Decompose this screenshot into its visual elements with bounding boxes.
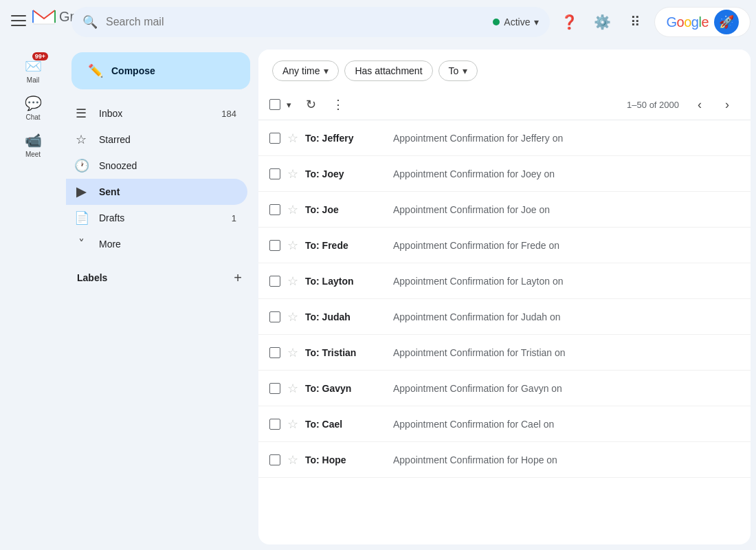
rail-item-chat[interactable]: 💬 Chat [0,89,66,126]
meet-icon: 📹 [25,132,41,148]
sidebar-label-more: More [99,239,236,250]
email-row[interactable]: ☆ To: Judah Appointment Confirmation for… [258,299,751,335]
email-checkbox[interactable] [269,347,280,358]
email-row[interactable]: ☆ To: Gavyn Appointment Confirmation for… [258,371,751,406]
star-button[interactable]: ☆ [286,236,300,254]
email-to: To: Hope [305,454,388,465]
sidebar-label-sent: Sent [99,186,236,197]
google-rocket-icon: 🚀 [714,10,739,34]
attachment-filter-label: Has attachment [355,65,422,76]
refresh-button[interactable]: ↻ [298,92,323,117]
email-row[interactable]: ☆ To: Cael Appointment Confirmation for … [258,406,751,442]
email-row[interactable]: ☆ To: Frede Appointment Confirmation for… [258,228,751,263]
email-to: To: Judah [305,311,388,322]
to-filter-chip[interactable]: To ▾ [438,60,478,81]
sidebar-item-sent[interactable]: ▶ Sent [66,179,247,205]
next-page-button[interactable]: › [715,92,740,117]
email-checkbox[interactable] [269,419,280,430]
status-dot [493,19,500,25]
email-to: To: Joe [305,204,388,215]
rail-item-meet[interactable]: 📹 Meet [0,126,66,164]
email-to: To: Tristian [305,347,388,358]
email-to: To: Gavyn [305,383,388,394]
mail-label: Mail [27,76,39,84]
star-button[interactable]: ☆ [286,129,300,147]
star-button[interactable]: ☆ [286,272,300,290]
compose-label: Compose [111,65,155,76]
chat-label: Chat [25,113,40,121]
email-checkbox[interactable] [269,383,280,394]
sidebar-item-inbox[interactable]: ☰ Inbox 184 [66,100,247,126]
email-to: To: Cael [305,419,388,430]
email-row[interactable]: ☆ To: Joe Appointment Confirmation for J… [258,192,751,228]
draft-icon: 📄 [74,210,88,226]
email-row[interactable]: ☆ To: Layton Appointment Confirmation fo… [258,263,751,299]
star-icon: ☆ [74,132,88,147]
search-input[interactable] [106,16,485,28]
help-button[interactable]: ❓ [555,8,583,36]
labels-section: Labels + [66,263,258,293]
star-button[interactable]: ☆ [286,451,300,469]
google-logo-area: Google 🚀 [654,7,751,37]
email-subject: Appointment Confirmation for Tristian on [393,347,740,358]
email-checkbox[interactable] [269,133,280,144]
clock-icon: 🕐 [74,158,88,173]
email-checkbox[interactable] [269,276,280,287]
time-filter-label: Any time [282,65,320,76]
send-icon: ▶ [74,184,88,199]
select-dropdown-button[interactable]: ▾ [282,92,296,117]
compose-button[interactable]: ✏️ Compose [71,52,250,89]
email-subject: Appointment Confirmation for Frede on [393,240,740,251]
email-checkbox[interactable] [269,240,280,251]
more-options-button[interactable]: ⋮ [326,92,351,117]
email-subject: Appointment Confirmation for Judah on [393,311,740,322]
email-row[interactable]: ☆ To: Tristian Appointment Confirmation … [258,335,751,371]
email-subject: Appointment Confirmation for Gavyn on [393,383,740,394]
inbox-icon: ☰ [74,106,88,121]
time-filter-chip[interactable]: Any time ▾ [272,60,339,81]
sidebar-label-inbox: Inbox [99,108,210,119]
meet-label: Meet [25,151,41,158]
mail-badge: 99+ [32,52,48,60]
email-row[interactable]: ☆ To: Hope Appointment Confirmation for … [258,442,751,478]
email-checkbox[interactable] [269,204,280,215]
email-subject: Appointment Confirmation for Joey on [393,168,740,179]
gmail-logo-icon [32,8,56,25]
star-button[interactable]: ☆ [286,344,300,362]
labels-add-button[interactable]: + [228,268,247,287]
email-subject: Appointment Confirmation for Hope on [393,454,740,465]
star-button[interactable]: ☆ [286,165,300,183]
select-all-checkbox[interactable] [269,99,280,110]
rail-item-mail[interactable]: ✉️ 99+ Mail [0,52,66,89]
apps-button[interactable]: ⠿ [621,8,649,36]
email-to: To: Layton [305,276,388,287]
email-subject: Appointment Confirmation for Cael on [393,419,740,430]
star-button[interactable]: ☆ [286,415,300,433]
status-indicator: Active ▾ [493,16,539,28]
email-to: To: Joey [305,168,388,179]
email-checkbox[interactable] [269,454,280,465]
select-all-checkbox-wrap: ▾ [269,92,296,117]
email-checkbox[interactable] [269,311,280,322]
sidebar-item-snoozed[interactable]: 🕐 Snoozed [66,153,247,179]
time-filter-arrow-icon: ▾ [324,65,329,76]
star-button[interactable]: ☆ [286,380,300,397]
star-button[interactable]: ☆ [286,308,300,326]
email-toolbar: ▾ ↻ ⋮ 1–50 of 2000 ‹ › [258,89,751,120]
chevron-down-icon: ▾ [534,16,539,28]
search-button[interactable]: 🔍 [82,14,98,30]
email-row[interactable]: ☆ To: Jeffery Appointment Confirmation f… [258,120,751,156]
settings-button[interactable]: ⚙️ [588,8,616,36]
sidebar-item-starred[interactable]: ☆ Starred [66,126,247,153]
sidebar-item-more[interactable]: ˅ More [66,231,247,257]
sidebar-item-drafts[interactable]: 📄 Drafts 1 [66,205,247,231]
email-checkbox[interactable] [269,168,280,179]
to-filter-arrow-icon: ▾ [463,65,467,76]
prev-page-button[interactable]: ‹ [687,92,712,117]
sidebar-label-snoozed: Snoozed [99,160,236,171]
star-button[interactable]: ☆ [286,201,300,219]
email-row[interactable]: ☆ To: Joey Appointment Confirmation for … [258,156,751,192]
attachment-filter-chip[interactable]: Has attachment [344,60,432,81]
hamburger-menu-button[interactable] [11,4,26,37]
email-subject: Appointment Confirmation for Layton on [393,276,740,287]
